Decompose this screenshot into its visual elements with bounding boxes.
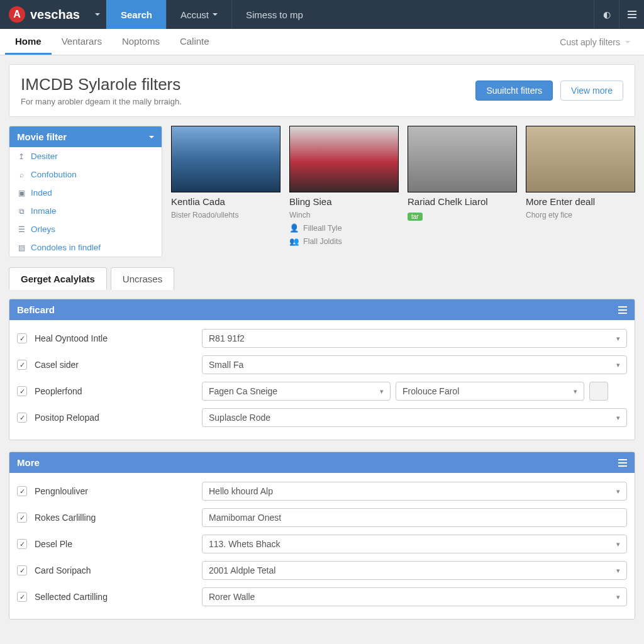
thumbnail-card[interactable]: Bling SieaWinch👤Filleall Tyle👥Flall Jold… [289, 126, 399, 246]
thumbnail-image [171, 126, 280, 192]
movie-filter-sidebar: Movie filter ↥Desiter⌕Confobution▣Inded⧉… [9, 126, 162, 257]
panel-header: More [9, 452, 635, 473]
nav-simess[interactable]: Simess to mp [231, 0, 317, 29]
select-input[interactable]: 2001 Aldple Tetal▾ [202, 561, 627, 580]
form-row: ✓Sellected CartillingRorer Walle▾ [17, 584, 627, 610]
sidebar-header[interactable]: Movie filter [9, 126, 162, 147]
checkbox[interactable]: ✓ [17, 333, 27, 343]
checkbox[interactable]: ✓ [17, 360, 27, 370]
field-value: R81 91f2 [209, 333, 245, 343]
top-nav: A veschas Search Accust Simess to mp ◐ [0, 0, 644, 29]
page-header: IMCDB Sylarole filters For many arobler … [9, 64, 635, 117]
sidebar-item[interactable]: ↥Desiter [9, 147, 162, 165]
chevron-down-icon: ▾ [616, 540, 620, 548]
notifications-button[interactable]: ◐ [594, 0, 619, 29]
brand-name: veschas [30, 8, 80, 22]
sidebar-item-label: Desiter [31, 152, 58, 161]
checkbox[interactable]: ✓ [17, 513, 27, 523]
select-input[interactable]: 113. Whets Bhack▾ [202, 535, 627, 553]
form-row: ✓Rokes CarlillingMamibomar Onest [17, 504, 627, 531]
panel-menu-icon[interactable] [618, 309, 627, 311]
nav-account[interactable]: Accust [166, 0, 231, 29]
sidebar-item-label: Inmale [31, 206, 57, 216]
nav-account-label: Accust [180, 9, 209, 20]
checkbox[interactable]: ✓ [17, 539, 27, 549]
tab-gerget[interactable]: Gerget Acalylats [9, 267, 107, 290]
form-row: ✓Card Soripach2001 Aldple Tetal▾ [17, 557, 627, 584]
sidebar-item[interactable]: ⌕Confobution [9, 165, 162, 184]
logo-icon: A [9, 6, 25, 23]
select-input[interactable]: Rorer Walle▾ [202, 587, 627, 606]
apply-filters-label: Cust aply filters [560, 37, 620, 47]
sidebar-item-label: Confobution [31, 170, 77, 179]
chevron-down-icon: ▾ [616, 361, 620, 369]
brand-logo[interactable]: A veschas [0, 0, 89, 29]
select-input[interactable]: R81 91f2▾ [202, 329, 627, 348]
nav-search[interactable]: Search [106, 0, 166, 29]
checkbox[interactable]: ✓ [17, 592, 27, 602]
form-row: ✓PeoplerfondFagen Ca Sneige▾Frolouce Far… [17, 378, 627, 404]
chevron-down-icon: ▾ [574, 387, 577, 396]
thumbnail-card[interactable]: More Enter deallChorg ety fice [526, 126, 635, 246]
menu-button[interactable] [619, 0, 644, 29]
checkbox[interactable]: ✓ [17, 386, 27, 396]
chevron-down-icon: ▾ [616, 335, 620, 343]
secondary-nav: Home Ventarars Noptoms Calinte Cust aply… [0, 29, 644, 55]
panel-tabs: Gerget Acalylats Uncrases [9, 267, 635, 290]
checkbox[interactable]: ✓ [17, 413, 27, 423]
thumbnail-subtitle: Winch [289, 211, 399, 219]
chevron-down-icon [625, 41, 630, 46]
thumbnail-card[interactable]: Kentlia CadaBister Roado/ullehts [171, 126, 280, 246]
text-input[interactable]: Mamibomar Onest [202, 508, 627, 527]
field-value: Suplascle Rode [209, 413, 270, 423]
checkbox[interactable]: ✓ [17, 565, 27, 575]
sidebar-item-icon: ▣ [17, 189, 26, 197]
field-label: ✓Sellected Cartilling [17, 592, 194, 602]
select-input[interactable]: Frolouce Farol▾ [396, 382, 584, 401]
hamburger-icon [628, 14, 636, 15]
thumbnail-title: Bling Siea [289, 196, 399, 207]
submit-filters-button[interactable]: Suuitcht fitters [475, 80, 553, 101]
sidebar-item[interactable]: ☰Orleys [9, 220, 162, 238]
chevron-down-icon [149, 136, 154, 141]
apply-filters-dropdown[interactable]: Cust aply filters [551, 29, 639, 55]
action-button[interactable] [589, 382, 608, 401]
form-row: ✓PengnlouliverHello khourd Alp▾ [17, 478, 627, 504]
sidebar-item-label: Inded [31, 188, 52, 197]
sidebar-title: Movie filter [17, 131, 67, 142]
nav-simess-label: Simess to mp [246, 9, 303, 20]
sidebar-item[interactable]: ▤Condoles in findlef [9, 238, 162, 257]
field-value: 113. Whets Bhack [209, 539, 280, 549]
sidebar-item[interactable]: ⧉Inmale [9, 202, 162, 220]
sidebar-item-icon: ⌕ [17, 170, 26, 179]
thumbnail-image [526, 126, 635, 192]
panel-menu-icon[interactable] [618, 462, 627, 464]
secnav-calinte[interactable]: Calinte [170, 29, 219, 55]
secnav-home[interactable]: Home [5, 29, 52, 55]
page-title: IMCDB Sylarole filters [21, 75, 468, 94]
form-row: ✓Casel siderSmall Fa▾ [17, 352, 627, 378]
sidebar-item[interactable]: ▣Inded [9, 184, 162, 202]
checkbox[interactable]: ✓ [17, 486, 27, 496]
thumbnail-meta: 👥Flall Joldits [289, 236, 399, 246]
select-input[interactable]: Hello khourd Alp▾ [202, 482, 627, 501]
view-more-button[interactable]: View more [560, 80, 623, 101]
person-icon: 👤 [289, 223, 299, 233]
thumbnail-card[interactable]: Rariad Chelk Liaroltar [408, 126, 517, 246]
sidebar-item-icon: ⧉ [17, 207, 26, 216]
select-input[interactable]: Suplascle Rode▾ [202, 408, 627, 427]
select-input[interactable]: Fagen Ca Sneige▾ [202, 382, 391, 401]
select-input[interactable]: Small Fa▾ [202, 355, 627, 374]
form-row: ✓Heal Oyntood IntleR81 91f2▾ [17, 325, 627, 352]
thumbnail-image [289, 126, 399, 192]
field-label: ✓Pengnlouliver [17, 486, 194, 496]
tab-uncrases[interactable]: Uncrases [111, 267, 174, 290]
chevron-down-icon: ▾ [616, 593, 620, 601]
field-label: ✓Desel Ple [17, 539, 194, 549]
sidebar-item-icon: ☰ [17, 225, 26, 234]
field-value: Frolouce Farol [402, 386, 459, 396]
chevron-down-icon [95, 13, 100, 18]
secnav-ventarars[interactable]: Ventarars [52, 29, 112, 55]
thumbnail-subtitle: Bister Roado/ullehts [171, 211, 280, 219]
brand-dropdown[interactable] [89, 0, 106, 29]
